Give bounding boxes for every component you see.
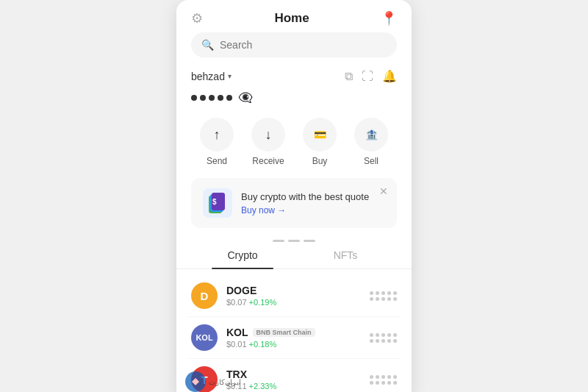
search-input[interactable]	[220, 39, 387, 51]
dot-3	[209, 95, 215, 101]
copy-icon[interactable]: ⧉	[345, 70, 353, 83]
doge-change: +0.19%	[249, 298, 277, 307]
promo-card: ✕ $ Buy crypto with the best quote Buy n…	[191, 178, 397, 228]
send-icon-circle: ↑	[200, 118, 234, 152]
promo-link[interactable]: Buy now →	[241, 205, 369, 215]
phone-frame: ⚙ Home 📍 🔍 behzad ▾ ⧉ ⛶ 🔔 👁‍🗨	[176, 0, 412, 392]
expand-icon[interactable]: ⛶	[362, 70, 373, 83]
dot-5	[226, 95, 232, 101]
sell-button[interactable]: 🏦 Sell	[354, 118, 388, 166]
trx-info: TRX $0.11 +2.33%	[226, 368, 361, 391]
list-item[interactable]: KOL KOL BNB Smart Chain $0.01 +0.18%	[188, 317, 400, 359]
kol-change: +0.18%	[249, 340, 277, 349]
location-icon[interactable]: 📍	[381, 10, 397, 26]
tabs-row: Crypto NFTs	[176, 242, 412, 269]
trx-chart	[370, 375, 397, 385]
send-label: Send	[207, 156, 227, 166]
list-item[interactable]: D DOGE $0.07 +0.19%	[188, 275, 400, 317]
account-row: behzad ▾ ⧉ ⛶ 🔔	[176, 66, 412, 88]
search-icon: 🔍	[201, 39, 214, 51]
balance-hidden-dots	[191, 95, 232, 101]
watermark-text: ایران‌کارت	[209, 378, 241, 386]
buy-label: Buy	[312, 156, 328, 166]
dot-4	[218, 95, 223, 101]
svg-text:$: $	[212, 198, 217, 206]
trx-name: TRX	[226, 368, 361, 380]
kol-badge: BNB Smart Chain	[253, 328, 315, 337]
search-bar[interactable]: 🔍	[191, 32, 397, 57]
page-title: Home	[274, 11, 309, 26]
receive-button[interactable]: ↓ Receive	[251, 118, 285, 166]
trx-price: $0.11 +2.33%	[226, 382, 361, 391]
account-name[interactable]: behzad ▾	[191, 71, 232, 82]
account-name-label: behzad	[191, 71, 225, 82]
buy-icon-circle: 💳	[303, 118, 337, 152]
buy-button[interactable]: 💳 Buy	[303, 118, 337, 166]
chart-dots-row-1	[370, 291, 397, 295]
settings-icon[interactable]: ⚙	[191, 10, 203, 26]
tab-nfts[interactable]: NFTs	[294, 242, 397, 268]
chevron-down-icon: ▾	[228, 72, 232, 80]
account-actions: ⧉ ⛶ 🔔	[345, 69, 397, 83]
tab-crypto[interactable]: Crypto	[191, 242, 294, 268]
doge-name: DOGE	[226, 285, 361, 296]
dot-2	[200, 95, 206, 101]
actions-row: ↑ Send ↓ Receive 💳 Buy 🏦 Sell	[176, 115, 412, 178]
chart-dots-row-2	[370, 339, 397, 343]
promo-close-button[interactable]: ✕	[379, 185, 388, 197]
chart-dots-row-2	[370, 297, 397, 301]
bell-icon[interactable]: 🔔	[382, 69, 397, 83]
promo-title: Buy crypto with the best quote	[241, 191, 369, 202]
receive-icon-circle: ↓	[251, 118, 285, 152]
balance-row: 👁‍🗨	[176, 88, 412, 115]
dot-1	[191, 95, 197, 101]
sell-label: Sell	[364, 156, 379, 166]
chart-dots-row-1	[370, 333, 397, 337]
watermark-logo	[185, 371, 206, 392]
kol-name: KOL BNB Smart Chain	[226, 327, 361, 338]
kol-price: $0.01 +0.18%	[226, 340, 361, 349]
eye-slash-icon[interactable]: 👁‍🗨	[238, 90, 253, 104]
kol-logo: KOL	[191, 324, 218, 351]
sell-icon-circle: 🏦	[354, 118, 388, 152]
top-bar: ⚙ Home 📍	[176, 0, 412, 32]
doge-price: $0.07 +0.19%	[226, 298, 361, 307]
promo-illustration: $	[203, 188, 232, 218]
kol-chart	[370, 333, 397, 343]
promo-content: Buy crypto with the best quote Buy now →	[241, 191, 369, 215]
doge-chart	[370, 291, 397, 301]
send-button[interactable]: ↑ Send	[200, 118, 234, 166]
trx-change: +2.33%	[249, 382, 277, 391]
receive-label: Receive	[252, 156, 284, 166]
chart-dots-row-2	[370, 381, 397, 385]
doge-logo: D	[191, 282, 218, 309]
doge-info: DOGE $0.07 +0.19%	[226, 285, 361, 307]
kol-info: KOL BNB Smart Chain $0.01 +0.18%	[226, 327, 361, 349]
watermark: ایران‌کارت	[185, 371, 241, 392]
chart-dots-row-1	[370, 375, 397, 379]
